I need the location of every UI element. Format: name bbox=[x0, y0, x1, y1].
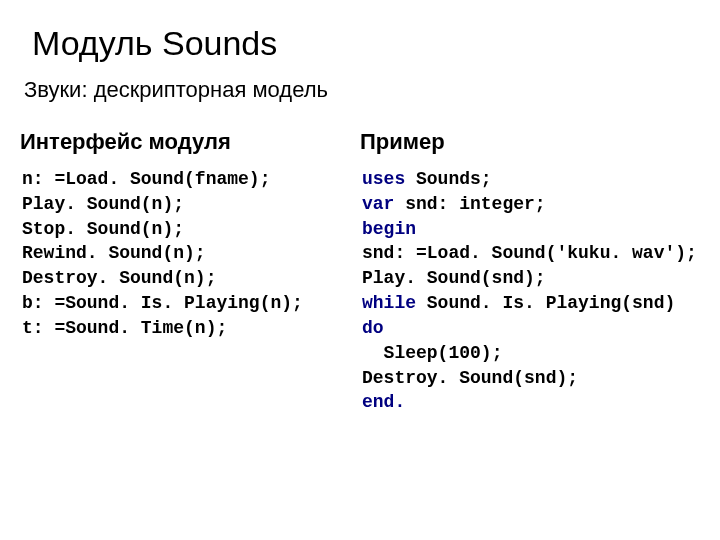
keyword: do bbox=[362, 318, 384, 338]
keyword: var bbox=[362, 194, 394, 214]
code-text: Destroy. Sound(snd); bbox=[362, 368, 578, 388]
code-line: snd: =Load. Sound('kuku. wav'); bbox=[362, 241, 698, 266]
column-interface: Интерфейс модуля n: =Load. Sound(fname);… bbox=[22, 129, 360, 415]
slide-title: Модуль Sounds bbox=[32, 24, 698, 63]
code-text: snd: integer; bbox=[394, 194, 545, 214]
code-line: uses Sounds; bbox=[362, 167, 698, 192]
slide-subtitle: Звуки: дескрипторная модель bbox=[24, 77, 698, 103]
code-line: Play. Sound(snd); bbox=[362, 266, 698, 291]
code-line: b: =Sound. Is. Playing(n); bbox=[22, 291, 352, 316]
column-example: Пример uses Sounds;var snd: integer;begi… bbox=[360, 129, 698, 415]
code-line: while Sound. Is. Playing(snd) do bbox=[362, 291, 698, 341]
code-line: Destroy. Sound(snd); bbox=[362, 366, 698, 391]
keyword: while bbox=[362, 293, 416, 313]
code-line: t: =Sound. Time(n); bbox=[22, 316, 352, 341]
keyword: uses bbox=[362, 169, 405, 189]
code-line: Stop. Sound(n); bbox=[22, 217, 352, 242]
code-text: Play. Sound(snd); bbox=[362, 268, 546, 288]
code-text: snd: =Load. Sound('kuku. wav'); bbox=[362, 243, 697, 263]
code-text: Sleep(100); bbox=[362, 343, 502, 363]
code-line: end. bbox=[362, 390, 698, 415]
code-line: Destroy. Sound(n); bbox=[22, 266, 352, 291]
interface-code: n: =Load. Sound(fname);Play. Sound(n);St… bbox=[22, 167, 352, 341]
code-text: Sounds; bbox=[405, 169, 491, 189]
example-heading: Пример bbox=[360, 129, 698, 155]
code-text: Sound. Is. Playing(snd) bbox=[416, 293, 686, 313]
code-line: Rewind. Sound(n); bbox=[22, 241, 352, 266]
columns: Интерфейс модуля n: =Load. Sound(fname);… bbox=[22, 129, 698, 415]
keyword: begin bbox=[362, 219, 416, 239]
example-code: uses Sounds;var snd: integer;beginsnd: =… bbox=[362, 167, 698, 415]
code-line: Play. Sound(n); bbox=[22, 192, 352, 217]
code-line: n: =Load. Sound(fname); bbox=[22, 167, 352, 192]
code-line: begin bbox=[362, 217, 698, 242]
interface-heading: Интерфейс модуля bbox=[20, 129, 352, 155]
code-line: var snd: integer; bbox=[362, 192, 698, 217]
code-line: Sleep(100); bbox=[362, 341, 698, 366]
keyword: end. bbox=[362, 392, 405, 412]
slide: Модуль Sounds Звуки: дескрипторная модел… bbox=[0, 0, 720, 540]
